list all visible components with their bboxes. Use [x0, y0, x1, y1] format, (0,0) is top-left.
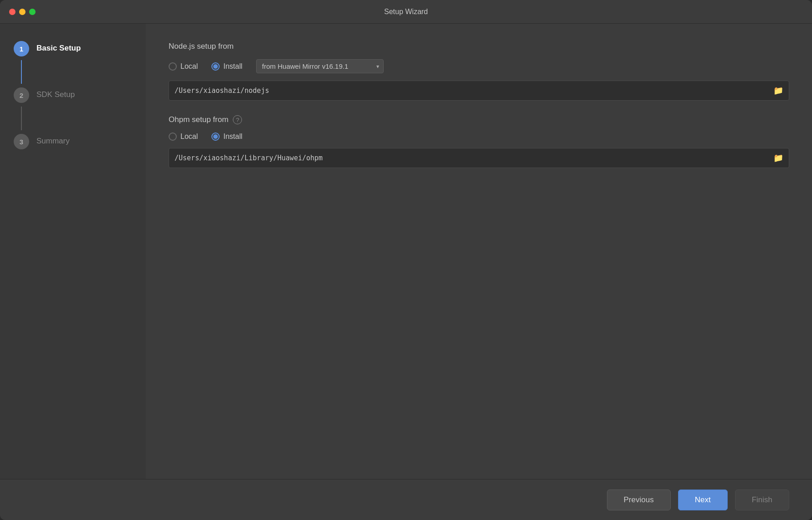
nodejs-install-label: Install: [223, 62, 242, 71]
nodejs-local-option[interactable]: Local: [169, 62, 198, 71]
footer: Previous Next Finish: [0, 479, 812, 520]
nodejs-install-option[interactable]: Install: [211, 62, 242, 71]
step-number-1: 1: [14, 41, 29, 56]
finish-button[interactable]: Finish: [735, 489, 789, 510]
previous-button[interactable]: Previous: [607, 489, 671, 510]
nodejs-section-title: Node.js setup from: [169, 42, 789, 51]
step-connector-2: [21, 107, 22, 130]
ohpm-section: Ohpm setup from ? Local Install: [169, 115, 789, 183]
ohpm-section-title: Ohpm setup from: [169, 115, 228, 124]
ohpm-help-icon[interactable]: ?: [233, 115, 242, 124]
title-bar: Setup Wizard: [0, 0, 812, 24]
ohpm-install-radio[interactable]: [211, 133, 220, 141]
step-label-3: Summary: [36, 134, 70, 146]
nodejs-mirror-dropdown[interactable]: from Huawei Mirror v16.19.1 from Officia…: [256, 59, 384, 73]
nodejs-local-radio[interactable]: [169, 62, 177, 71]
ohpm-install-option[interactable]: Install: [211, 133, 242, 141]
step-label-2: SDK Setup: [36, 87, 75, 100]
ohpm-install-label: Install: [223, 133, 242, 141]
sidebar-item-basic-setup[interactable]: 1 Basic Setup: [9, 37, 137, 60]
nodejs-install-radio[interactable]: [211, 62, 220, 71]
sidebar: 1 Basic Setup 2 SDK Setup 3 Summary: [0, 24, 146, 479]
ohpm-section-header: Ohpm setup from ?: [169, 115, 789, 124]
nodejs-path-row: 📁: [169, 81, 789, 101]
nodejs-radio-group: Local Install from Huawei Mirror v16.19.…: [169, 59, 789, 73]
setup-wizard-window: Setup Wizard 1 Basic Setup 2 SDK Setup: [0, 0, 812, 520]
window-title: Setup Wizard: [384, 8, 428, 16]
nodejs-section: Node.js setup from Local Install: [169, 42, 789, 115]
ohpm-folder-icon[interactable]: 📁: [773, 153, 783, 163]
minimize-button[interactable]: [19, 9, 26, 15]
ohpm-radio-group: Local Install: [169, 133, 789, 141]
next-button[interactable]: Next: [678, 489, 728, 510]
nodejs-path-input[interactable]: [175, 87, 773, 95]
ohpm-local-radio[interactable]: [169, 133, 177, 141]
step-number-2: 2: [14, 87, 29, 103]
close-button[interactable]: [9, 9, 15, 15]
ohpm-path-input[interactable]: [175, 154, 773, 162]
sidebar-item-sdk-setup[interactable]: 2 SDK Setup: [9, 84, 137, 107]
main-content: 1 Basic Setup 2 SDK Setup 3 Summary: [0, 24, 812, 479]
nodejs-dropdown-wrapper: from Huawei Mirror v16.19.1 from Officia…: [256, 59, 384, 73]
maximize-button[interactable]: [29, 9, 36, 15]
ohpm-local-label: Local: [180, 133, 198, 141]
sidebar-item-summary[interactable]: 3 Summary: [9, 130, 137, 153]
main-panel: Node.js setup from Local Install: [146, 24, 812, 479]
step-number-3: 3: [14, 134, 29, 149]
nodejs-folder-icon[interactable]: 📁: [773, 86, 783, 96]
ohpm-local-option[interactable]: Local: [169, 133, 198, 141]
step-label-1: Basic Setup: [36, 41, 81, 53]
ohpm-path-row: 📁: [169, 148, 789, 168]
step-connector-1: [21, 60, 22, 84]
traffic-lights: [9, 9, 36, 15]
nodejs-local-label: Local: [180, 62, 198, 71]
